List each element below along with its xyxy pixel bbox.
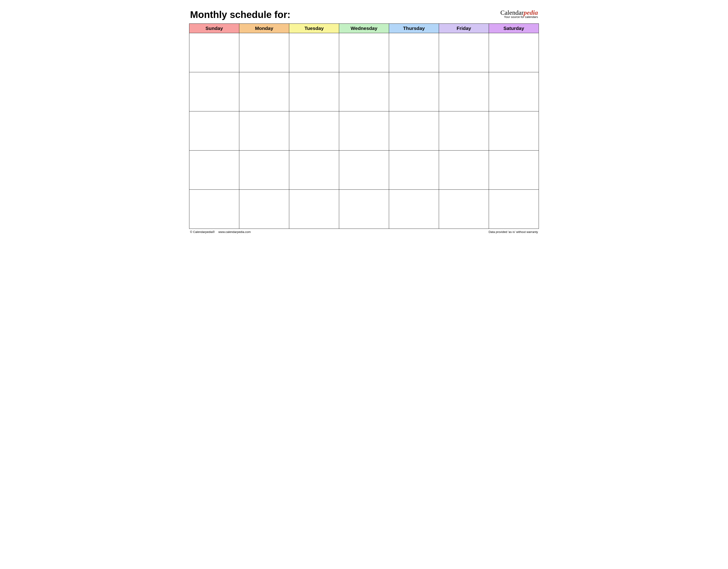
- day-header-friday: Friday: [439, 24, 489, 33]
- calendar-cell[interactable]: [489, 111, 539, 150]
- brand-logo: Calendarpedia: [500, 9, 538, 16]
- calendar-cell[interactable]: [239, 190, 289, 229]
- calendar-cell[interactable]: [439, 33, 489, 72]
- calendar-cell[interactable]: [439, 150, 489, 190]
- calendar-cell[interactable]: [189, 190, 239, 229]
- calendar-cell[interactable]: [489, 150, 539, 190]
- calendar-cell[interactable]: [439, 111, 489, 150]
- calendar-grid: Sunday Monday Tuesday Wednesday Thursday…: [189, 23, 539, 229]
- calendar-cell[interactable]: [189, 150, 239, 190]
- calendar-cell[interactable]: [289, 190, 339, 229]
- calendar-row: [189, 111, 539, 150]
- page-title: Monthly schedule for:: [190, 9, 290, 20]
- footer-copyright: © Calendarpedia®: [190, 230, 215, 233]
- day-header-sunday: Sunday: [189, 24, 239, 33]
- calendar-cell[interactable]: [289, 150, 339, 190]
- calendar-cell[interactable]: [239, 33, 289, 72]
- calendar-cell[interactable]: [239, 150, 289, 190]
- calendar-cell[interactable]: [339, 190, 389, 229]
- footer-disclaimer: Data provided 'as is' without warranty: [488, 230, 538, 233]
- day-header-row: Sunday Monday Tuesday Wednesday Thursday…: [189, 24, 539, 33]
- calendar-row: [189, 190, 539, 229]
- calendar-page: Monthly schedule for: Calendarpedia Your…: [189, 9, 539, 233]
- calendar-body: [189, 33, 539, 229]
- calendar-cell[interactable]: [289, 33, 339, 72]
- calendar-cell[interactable]: [189, 72, 239, 111]
- calendar-cell[interactable]: [389, 190, 439, 229]
- calendar-cell[interactable]: [339, 33, 389, 72]
- brand-suffix: pedia: [524, 9, 538, 16]
- footer: © Calendarpedia® www.calendarpedia.com D…: [189, 230, 539, 233]
- calendar-cell[interactable]: [389, 150, 439, 190]
- day-header-thursday: Thursday: [389, 24, 439, 33]
- calendar-row: [189, 72, 539, 111]
- calendar-cell[interactable]: [489, 33, 539, 72]
- calendar-cell[interactable]: [189, 111, 239, 150]
- calendar-cell[interactable]: [339, 72, 389, 111]
- calendar-cell[interactable]: [339, 150, 389, 190]
- footer-website: www.calendarpedia.com: [218, 230, 251, 233]
- calendar-cell[interactable]: [489, 72, 539, 111]
- brand-tagline: Your source for calendars: [500, 15, 538, 19]
- calendar-cell[interactable]: [289, 72, 339, 111]
- calendar-cell[interactable]: [389, 72, 439, 111]
- brand-prefix: Calendar: [500, 9, 524, 16]
- day-header-tuesday: Tuesday: [289, 24, 339, 33]
- calendar-cell[interactable]: [389, 33, 439, 72]
- calendar-cell[interactable]: [239, 111, 289, 150]
- calendar-cell[interactable]: [339, 111, 389, 150]
- day-header-wednesday: Wednesday: [339, 24, 389, 33]
- calendar-cell[interactable]: [439, 190, 489, 229]
- calendar-cell[interactable]: [189, 33, 239, 72]
- footer-left: © Calendarpedia® www.calendarpedia.com: [190, 230, 254, 233]
- calendar-cell[interactable]: [439, 72, 489, 111]
- calendar-row: [189, 150, 539, 190]
- calendar-row: [189, 33, 539, 72]
- calendar-cell[interactable]: [239, 72, 289, 111]
- day-header-monday: Monday: [239, 24, 289, 33]
- brand-block: Calendarpedia Your source for calendars: [500, 9, 538, 19]
- calendar-cell[interactable]: [289, 111, 339, 150]
- calendar-cell[interactable]: [389, 111, 439, 150]
- header: Monthly schedule for: Calendarpedia Your…: [189, 9, 539, 20]
- day-header-saturday: Saturday: [489, 24, 539, 33]
- calendar-cell[interactable]: [489, 190, 539, 229]
